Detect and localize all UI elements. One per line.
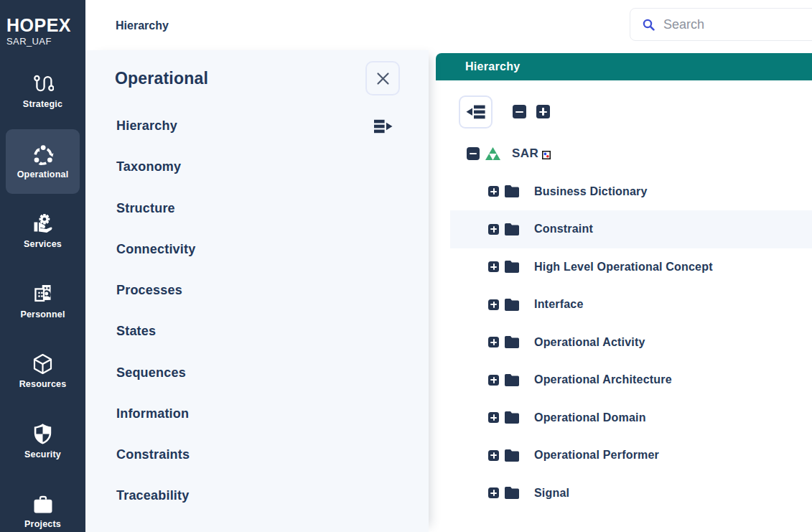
expand-node-button[interactable]	[488, 186, 499, 197]
menu-item-constraints[interactable]: Constraints	[85, 434, 429, 475]
shield-icon	[32, 424, 54, 445]
sidebar-item-security[interactable]: Security	[6, 409, 80, 474]
folder-icon	[505, 449, 519, 462]
app-logo: HOPEX	[6, 15, 85, 35]
hierarchy-panel: Hierarchy SAR	[436, 53, 812, 532]
sidebar-item-personnel[interactable]: Personnel	[6, 269, 80, 334]
sidebar-item-resources[interactable]: Resources	[6, 339, 80, 403]
building-person-icon	[32, 284, 54, 305]
tree-root-row[interactable]: SAR	[436, 135, 812, 173]
tree-row-business-dictionary[interactable]: Business Dictionary	[450, 173, 812, 211]
flyout-icon[interactable]	[374, 119, 393, 134]
menu-item-label: Taxonomy	[116, 159, 181, 174]
plus-square-icon	[490, 188, 497, 195]
plus-square-icon	[490, 263, 497, 270]
folder-icon	[505, 374, 519, 386]
plus-square-icon	[490, 490, 497, 496]
plus-square-icon	[539, 108, 547, 116]
collapse-panel-button[interactable]	[459, 95, 493, 129]
sidebar-item-strategic[interactable]: Strategic	[6, 59, 80, 123]
menu-item-information[interactable]: Information	[85, 393, 429, 434]
tree-row-high-level-operational-concept[interactable]: High Level Operational Concept	[450, 248, 812, 286]
menu-item-label: Information	[116, 406, 189, 421]
search-input[interactable]	[663, 17, 807, 32]
hierarchy-tree: SAR Business Dictionary Constraint	[436, 135, 812, 512]
menu-item-sequences[interactable]: Sequences	[85, 353, 429, 393]
expand-node-button[interactable]	[488, 487, 499, 498]
menu-item-label: Sequences	[116, 365, 186, 381]
sidebar-nav: Strategic Operational	[0, 59, 85, 532]
tree-children: Business Dictionary Constraint High Leve…	[436, 173, 812, 513]
model-triangle-icon	[485, 147, 500, 160]
tree-row-interface[interactable]: Interface	[450, 286, 812, 324]
menu-item-label: Hierarchy	[116, 118, 177, 134]
hierarchy-panel-header: Hierarchy	[436, 53, 812, 80]
expand-node-button[interactable]	[488, 299, 499, 310]
sidebar-item-label: Strategic	[23, 99, 62, 109]
collapse-all-button[interactable]	[513, 105, 526, 118]
expand-node-button[interactable]	[488, 375, 499, 386]
tree-row-operational-performer[interactable]: Operational Performer	[450, 437, 812, 475]
tree-row-operational-domain[interactable]: Operational Domain	[450, 399, 812, 437]
menu-item-label: States	[116, 324, 156, 339]
sidebar-item-label: Projects	[24, 519, 61, 529]
close-icon	[375, 71, 391, 86]
tree-row-operational-architecture[interactable]: Operational Architecture	[450, 361, 812, 399]
sidebar-item-label: Personnel	[20, 309, 65, 319]
plus-square-icon	[490, 302, 497, 308]
tree-root-label: SAR	[512, 146, 538, 161]
tree-node-label: High Level Operational Concept	[534, 261, 713, 274]
expand-all-button[interactable]	[536, 105, 550, 118]
expand-node-button[interactable]	[488, 337, 499, 347]
folder-icon	[505, 487, 519, 499]
tree-node-label: Operational Architecture	[534, 373, 672, 386]
folder-icon	[505, 261, 519, 273]
menu-item-structure[interactable]: Structure	[85, 188, 429, 229]
tree-node-label: Operational Activity	[534, 336, 645, 349]
tree-row-constraint[interactable]: Constraint	[450, 210, 812, 248]
menu-item-taxonomy[interactable]: Taxonomy	[85, 146, 429, 187]
topbar: Hierarchy	[85, 0, 812, 50]
sidebar-item-services[interactable]: Services	[6, 199, 80, 263]
tree-row-operational-activity[interactable]: Operational Activity	[450, 324, 812, 362]
sidebar-item-label: Operational	[17, 169, 69, 179]
panel-title: Operational	[115, 69, 208, 88]
menu-item-label: Traceability	[116, 488, 189, 503]
sidebar-item-label: Security	[24, 449, 61, 459]
tree-toolbar	[436, 80, 812, 141]
menu-item-label: Constraints	[116, 447, 190, 462]
hierarchy-panel-title: Hierarchy	[465, 60, 521, 73]
tree-node-label: Signal	[534, 487, 569, 500]
environment-name: SAR_UAF	[6, 36, 85, 47]
tree-node-label: Interface	[534, 298, 584, 311]
folder-icon	[505, 223, 519, 235]
menu-item-traceability[interactable]: Traceability	[85, 475, 429, 516]
sidebar-item-label: Services	[24, 239, 62, 249]
sidebar-item-operational[interactable]: Operational	[6, 129, 80, 194]
collapse-node-button[interactable]	[467, 147, 480, 160]
sidebar-item-projects[interactable]: Projects	[6, 479, 80, 532]
expand-node-button[interactable]	[488, 412, 499, 423]
close-panel-button[interactable]	[365, 61, 400, 95]
menu-item-states[interactable]: States	[85, 311, 429, 352]
expand-node-button[interactable]	[488, 261, 499, 272]
breadcrumb-title: Hierarchy	[116, 19, 169, 32]
cube-icon	[32, 353, 54, 375]
tree-node-label: Business Dictionary	[534, 185, 648, 198]
expand-node-button[interactable]	[488, 224, 499, 235]
menu-item-label: Connectivity	[116, 242, 195, 257]
route-icon	[32, 73, 54, 95]
menu-item-processes[interactable]: Processes	[85, 270, 429, 311]
tree-row-signal[interactable]: Signal	[450, 475, 812, 513]
plus-square-icon	[490, 414, 497, 421]
search-box[interactable]	[630, 8, 812, 41]
hand-gear-icon	[32, 213, 54, 235]
menu-item-connectivity[interactable]: Connectivity	[85, 229, 429, 270]
menu-item-hierarchy[interactable]: Hierarchy	[85, 106, 429, 146]
sidebar-item-label: Resources	[19, 379, 67, 389]
app-sidebar: HOPEX SAR_UAF Strategic Operational	[0, 0, 85, 532]
folder-icon	[505, 299, 519, 311]
tree-node-label: Operational Performer	[534, 449, 659, 462]
minus-square-icon	[515, 108, 523, 116]
expand-node-button[interactable]	[488, 450, 499, 461]
